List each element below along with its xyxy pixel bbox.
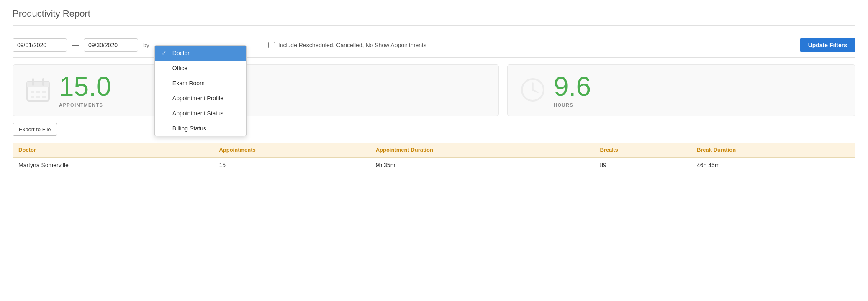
svg-point-13 — [532, 89, 534, 91]
dropdown-option-office[interactable]: Office — [155, 61, 246, 76]
page-title: Productivity Report — [13, 8, 855, 26]
svg-rect-5 — [36, 91, 40, 93]
start-date-input[interactable] — [13, 38, 67, 52]
dropdown-option-appointment-status[interactable]: Appointment Status — [155, 106, 246, 121]
dropdown-option-doctor[interactable]: ✓ Doctor — [155, 46, 246, 61]
col-header-appointments: Appointments — [213, 143, 370, 158]
calendar-icon — [26, 77, 51, 104]
svg-rect-9 — [42, 96, 46, 98]
table-header: Doctor Appointments Appointment Duration… — [13, 143, 855, 158]
cell-breaks: 89 — [594, 158, 691, 173]
table-row: Martyna Somerville 15 9h 35m 89 46h 45m — [13, 158, 855, 173]
appointments-value: 15.0 — [59, 73, 111, 100]
checkbox-area: Include Rescheduled, Cancelled, No Show … — [268, 42, 426, 48]
update-filters-button[interactable]: Update Filters — [800, 38, 855, 52]
dropdown-option-exam-room[interactable]: Exam Room — [155, 76, 246, 91]
col-header-appointment-duration: Appointment Duration — [370, 143, 594, 158]
page-container: Productivity Report — by ✓ Doctor Office… — [0, 0, 868, 301]
stats-row: 15.0 APPOINTMENTS 9.6 HOURS — [13, 64, 855, 116]
hours-stat-card: 9.6 HOURS — [507, 64, 855, 116]
svg-rect-8 — [36, 96, 40, 98]
appointments-stat-card: 15.0 APPOINTMENTS — [13, 64, 499, 116]
appointments-stat-info: 15.0 APPOINTMENTS — [59, 73, 111, 107]
clock-icon — [520, 77, 545, 104]
svg-rect-7 — [31, 96, 34, 98]
hours-value: 9.6 — [554, 73, 591, 100]
appointments-label: APPOINTMENTS — [59, 102, 111, 107]
check-icon: ✓ — [162, 50, 168, 56]
filters-row: — by ✓ Doctor Office Exam Room — [13, 33, 855, 58]
svg-rect-4 — [31, 91, 34, 93]
cell-appointments: 15 — [213, 158, 370, 173]
dropdown-menu: ✓ Doctor Office Exam Room Appointment Pr… — [154, 45, 247, 136]
col-header-breaks: Breaks — [594, 143, 691, 158]
date-separator: — — [72, 41, 79, 49]
svg-rect-1 — [27, 82, 49, 87]
by-label: by — [143, 42, 149, 48]
export-to-file-button[interactable]: Export to File — [13, 123, 57, 136]
include-rescheduled-label: Include Rescheduled, Cancelled, No Show … — [278, 42, 426, 48]
hours-label: HOURS — [554, 102, 591, 107]
dropdown-option-appointment-profile[interactable]: Appointment Profile — [155, 91, 246, 106]
col-header-break-duration: Break Duration — [691, 143, 855, 158]
productivity-table: Doctor Appointments Appointment Duration… — [13, 143, 855, 173]
table-body: Martyna Somerville 15 9h 35m 89 46h 45m — [13, 158, 855, 173]
hours-stat-info: 9.6 HOURS — [554, 73, 591, 107]
col-header-doctor: Doctor — [13, 143, 213, 158]
end-date-input[interactable] — [84, 38, 138, 52]
cell-doctor: Martyna Somerville — [13, 158, 213, 173]
cell-break-duration: 46h 45m — [691, 158, 855, 173]
dropdown-option-billing-status[interactable]: Billing Status — [155, 121, 246, 136]
svg-rect-6 — [42, 91, 46, 93]
cell-appointment-duration: 9h 35m — [370, 158, 594, 173]
include-rescheduled-checkbox[interactable] — [268, 42, 275, 48]
